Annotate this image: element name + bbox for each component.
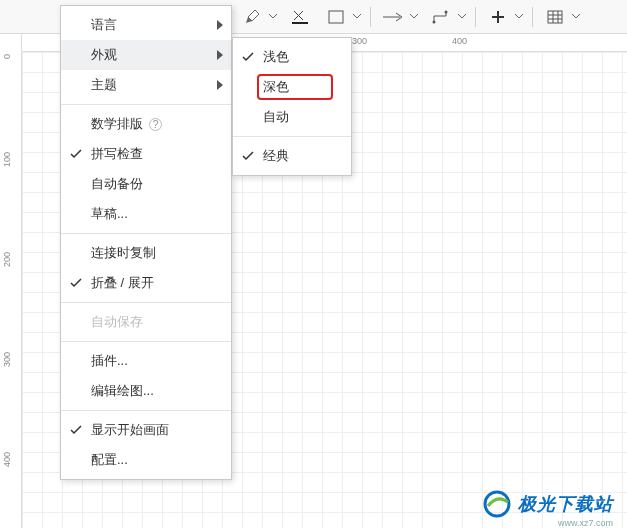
watermark-text: 极光下载站	[518, 492, 613, 516]
arrow-tool[interactable]	[379, 3, 407, 31]
menu-divider	[61, 302, 231, 303]
menu-item-label: 连接时复制	[91, 244, 156, 262]
menu-item[interactable]: 自动备份	[61, 169, 231, 199]
submenu-arrow-icon	[217, 48, 223, 63]
check-icon	[241, 52, 255, 62]
menu-item: 自动保存	[61, 307, 231, 337]
menu-item-label: 显示开始画面	[91, 421, 169, 439]
menu-item[interactable]: 配置...	[61, 445, 231, 475]
ruler-vertical: 0100200300400	[0, 34, 22, 528]
watermark-url: www.xz7.com	[558, 518, 613, 528]
svg-rect-1	[329, 11, 343, 23]
check-icon	[69, 278, 83, 288]
dropdown-caret-icon[interactable]	[409, 14, 419, 19]
menu-item[interactable]: 草稿...	[61, 199, 231, 229]
menu-item[interactable]: 编辑绘图...	[61, 376, 231, 406]
ruler-tick: 400	[452, 36, 467, 46]
menu-item[interactable]: 显示开始画面	[61, 415, 231, 445]
menu-item-label: 编辑绘图...	[91, 382, 154, 400]
menu-item-label: 语言	[91, 16, 117, 34]
menu-item[interactable]: 连接时复制	[61, 238, 231, 268]
help-icon: ?	[149, 118, 162, 131]
submenu-arrow-icon	[217, 78, 223, 93]
menu-divider	[61, 233, 231, 234]
menu-item[interactable]: 浅色	[233, 42, 351, 72]
menu-item-label: 自动	[263, 108, 289, 126]
dropdown-caret-icon[interactable]	[571, 14, 581, 19]
ruler-tick: 300	[2, 352, 12, 367]
menu-item-label: 经典	[263, 147, 289, 165]
context-menu: 语言外观主题数学排版?拼写检查自动备份草稿...连接时复制折叠 / 展开自动保存…	[60, 5, 232, 480]
menu-divider	[61, 341, 231, 342]
menu-item[interactable]: 拼写检查	[61, 139, 231, 169]
menu-item[interactable]: 外观	[61, 40, 231, 70]
check-icon	[69, 149, 83, 159]
dropdown-caret-icon[interactable]	[268, 14, 278, 19]
menu-item-label: 自动备份	[91, 175, 143, 193]
svg-point-4	[445, 10, 448, 13]
rect-tool[interactable]	[322, 3, 350, 31]
menu-item-label: 配置...	[91, 451, 128, 469]
menu-divider	[61, 410, 231, 411]
svg-point-3	[433, 20, 436, 23]
menu-item-label: 浅色	[263, 48, 289, 66]
ruler-tick: 400	[2, 452, 12, 467]
appearance-submenu: 浅色深色自动经典	[232, 37, 352, 176]
menu-item[interactable]: 经典	[233, 141, 351, 171]
menu-item-label: 深色	[263, 78, 289, 96]
menu-divider	[61, 104, 231, 105]
menu-divider	[233, 136, 351, 137]
check-icon	[241, 151, 255, 161]
menu-item[interactable]: 主题	[61, 70, 231, 100]
menu-item[interactable]: 数学排版?	[61, 109, 231, 139]
connector-tool[interactable]	[427, 3, 455, 31]
check-icon	[69, 425, 83, 435]
menu-item[interactable]: 深色	[233, 72, 351, 102]
line-color-tool[interactable]	[286, 3, 314, 31]
ruler-tick: 100	[2, 152, 12, 167]
plus-tool[interactable]	[484, 3, 512, 31]
watermark: 极光下载站 www.xz7.com	[482, 490, 613, 518]
svg-rect-0	[292, 22, 308, 24]
menu-item-label: 外观	[91, 46, 117, 64]
submenu-arrow-icon	[217, 18, 223, 33]
menu-item[interactable]: 折叠 / 展开	[61, 268, 231, 298]
menu-item[interactable]: 语言	[61, 10, 231, 40]
svg-rect-7	[548, 11, 562, 23]
dropdown-caret-icon[interactable]	[457, 14, 467, 19]
logo-icon	[482, 490, 512, 518]
menu-item-label: 拼写检查	[91, 145, 143, 163]
dropdown-caret-icon[interactable]	[514, 14, 524, 19]
menu-item-label: 主题	[91, 76, 117, 94]
pencil-tool[interactable]	[238, 3, 266, 31]
menu-item-label: 插件...	[91, 352, 128, 370]
dropdown-caret-icon[interactable]	[352, 14, 362, 19]
menu-item-label: 自动保存	[91, 313, 143, 331]
menu-item-label: 折叠 / 展开	[91, 274, 154, 292]
menu-item-label: 数学排版	[91, 115, 143, 133]
menu-item[interactable]: 自动	[233, 102, 351, 132]
table-tool[interactable]	[541, 3, 569, 31]
menu-item-label: 草稿...	[91, 205, 128, 223]
ruler-tick: 0	[2, 54, 12, 59]
ruler-tick: 300	[352, 36, 367, 46]
ruler-tick: 200	[2, 252, 12, 267]
menu-item[interactable]: 插件...	[61, 346, 231, 376]
